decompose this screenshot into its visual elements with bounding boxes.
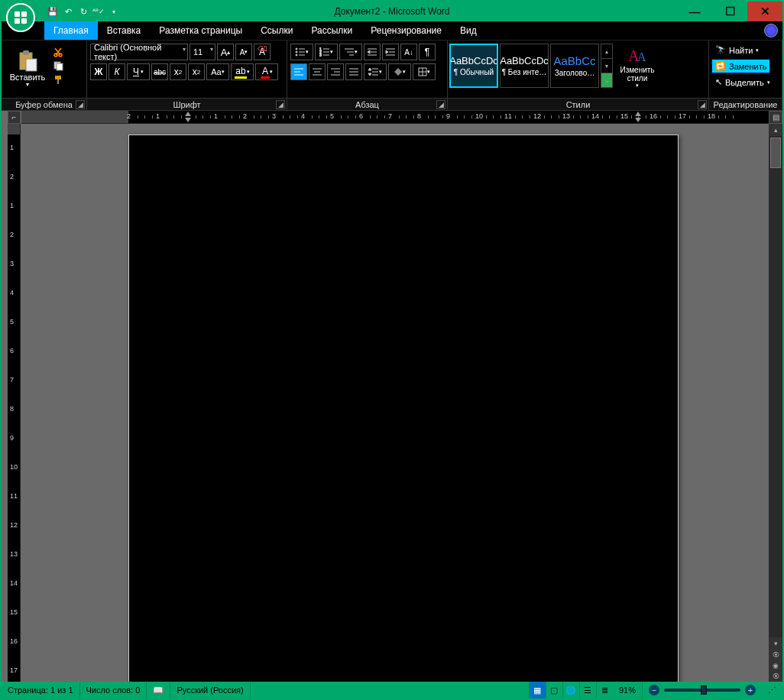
line-spacing-button[interactable]: ▾ [364, 63, 387, 80]
underline-button[interactable]: Ч▾ [127, 63, 150, 80]
svg-rect-0 [15, 11, 20, 17]
italic-button[interactable]: К [109, 63, 125, 80]
indent-marker-right[interactable] [635, 112, 642, 122]
paste-button[interactable]: Вставить ▾ [4, 43, 51, 95]
format-painter-icon[interactable] [51, 73, 65, 86]
select-button[interactable]: ↖Выделить▾ [711, 75, 774, 89]
zoom-slider[interactable] [664, 689, 740, 692]
browse-object-button[interactable]: ◉ [769, 660, 782, 671]
align-center-button[interactable] [309, 63, 326, 80]
style-heading1[interactable]: AaBbCc Заголово… [550, 44, 599, 88]
view-full-screen[interactable]: ▢ [546, 682, 562, 698]
decrease-indent-button[interactable] [364, 44, 381, 60]
tab-page-layout[interactable]: Разметка страницы [150, 21, 251, 40]
ruler-horizontal[interactable]: 21123456789101112131415161718 [21, 111, 769, 124]
view-web-layout[interactable]: 🌐 [562, 682, 579, 698]
maximize-button[interactable]: ☐ [712, 2, 747, 21]
clear-formatting-icon[interactable]: A⌫ [254, 44, 271, 60]
view-outline[interactable]: ☰ [579, 682, 596, 698]
scroll-up-button[interactable]: ▴ [769, 124, 782, 136]
svg-point-13 [296, 48, 297, 50]
tab-review[interactable]: Рецензирование [361, 21, 451, 40]
undo-icon[interactable]: ↶ [61, 5, 75, 18]
align-left-button[interactable] [290, 63, 307, 80]
resize-grip[interactable]: ⋰ [762, 682, 782, 698]
align-right-button[interactable] [327, 63, 344, 80]
shrink-font-icon[interactable]: A▾ [235, 44, 252, 60]
status-language[interactable]: Русский (Россия) [170, 682, 250, 698]
superscript-button[interactable]: x2 [188, 63, 205, 80]
styles-expand[interactable]: ⌄ [601, 73, 612, 87]
status-zoom-pct[interactable]: 91% [613, 682, 643, 698]
bullets-button[interactable]: ▾ [290, 44, 313, 60]
font-color-button[interactable]: A▾ [255, 63, 278, 80]
tab-references[interactable]: Ссылки [251, 21, 302, 40]
scroll-thumb[interactable] [770, 138, 781, 168]
bold-button[interactable]: Ж [90, 63, 107, 80]
close-button[interactable]: ✕ [747, 2, 782, 21]
increase-indent-button[interactable] [382, 44, 399, 60]
ruler-vertical[interactable]: 1212345678910111213141516171819 [8, 124, 21, 682]
save-icon[interactable]: 💾 [46, 5, 60, 18]
multilevel-list-button[interactable]: ▾ [339, 44, 362, 60]
borders-button[interactable]: ▾ [413, 63, 436, 80]
clipboard-dialog-launcher[interactable]: ◢ [76, 100, 85, 109]
justify-button[interactable] [345, 63, 362, 80]
sort-button[interactable]: A↓ [400, 44, 417, 60]
font-size-combo[interactable]: 11▾ [190, 44, 215, 60]
cut-icon[interactable] [51, 46, 65, 58]
view-print-layout[interactable]: ▦ [529, 682, 546, 698]
ruler-toggle[interactable]: ▤ [769, 111, 782, 124]
show-paragraph-marks-button[interactable]: ¶ [419, 44, 436, 60]
numbering-button[interactable]: 123▾ [315, 44, 338, 60]
paragraph-dialog-launcher[interactable]: ◢ [436, 100, 445, 109]
styles-scroll-up[interactable]: ▴ [601, 44, 612, 59]
tab-insert[interactable]: Вставка [98, 21, 151, 40]
tab-selector[interactable]: ⌐ [8, 111, 21, 124]
ruler-tick-v: 7 [10, 376, 14, 384]
qat-customize-icon[interactable]: ▾ [107, 5, 121, 18]
ruler-tick: 6 [359, 112, 363, 120]
status-page[interactable]: Страница: 1 из 1 [2, 682, 80, 698]
ruler-tick: 2 [243, 112, 247, 120]
minimize-button[interactable]: — [677, 2, 712, 21]
redo-icon[interactable]: ↻ [76, 5, 90, 18]
font-dialog-launcher[interactable]: ◢ [276, 100, 285, 109]
document-page[interactable] [128, 134, 679, 682]
vertical-scrollbar[interactable]: ▴ ▾ ⦿ ◉ ⦿ [769, 124, 782, 682]
zoom-in-button[interactable]: + [745, 685, 756, 695]
styles-scroll-down[interactable]: ▾ [601, 59, 612, 73]
spellcheck-icon[interactable]: ᴬᴮ✓ [92, 5, 105, 18]
change-styles-button[interactable]: AA Изменить стили ▾ [614, 44, 660, 91]
find-button[interactable]: 🔭Найти▾ [711, 43, 763, 57]
scroll-down-button[interactable]: ▾ [769, 637, 782, 650]
indent-marker-left[interactable] [185, 112, 192, 122]
svg-rect-6 [26, 59, 37, 71]
svg-rect-5 [23, 50, 29, 55]
subscript-button[interactable]: x2 [170, 63, 186, 80]
next-page-button[interactable]: ⦿ [769, 671, 782, 682]
tab-view[interactable]: Вид [451, 21, 486, 40]
office-button[interactable] [6, 3, 35, 32]
view-draft[interactable]: ≣ [596, 682, 613, 698]
status-wordcount[interactable]: Число слов: 0 [80, 682, 147, 698]
grow-font-icon[interactable]: A▴ [217, 44, 234, 60]
highlight-color-button[interactable]: ab▾ [231, 63, 254, 80]
tab-mailings[interactable]: Рассылки [302, 21, 361, 40]
zoom-slider-thumb[interactable] [701, 685, 707, 695]
scroll-track[interactable] [769, 170, 782, 637]
tab-home[interactable]: Главная [44, 21, 98, 40]
prev-page-button[interactable]: ⦿ [769, 650, 782, 660]
help-icon[interactable] [764, 24, 778, 37]
replace-button[interactable]: 🔁Заменить [711, 59, 770, 73]
change-case-button[interactable]: Aa▾ [206, 63, 229, 80]
styles-dialog-launcher[interactable]: ◢ [698, 100, 707, 109]
copy-icon[interactable] [51, 60, 65, 72]
status-proofing-icon[interactable]: 📖 [147, 682, 170, 698]
style-no-spacing[interactable]: AaBbCcDc ¶ Без инте… [500, 44, 549, 88]
shading-button[interactable]: ▾ [388, 63, 411, 80]
strikethrough-button[interactable]: abc [151, 63, 168, 80]
font-name-combo[interactable]: Calibri (Основной текст)▾ [90, 44, 188, 60]
style-normal[interactable]: AaBbCcDc ¶ Обычный [449, 44, 498, 88]
zoom-out-button[interactable]: − [649, 685, 659, 695]
